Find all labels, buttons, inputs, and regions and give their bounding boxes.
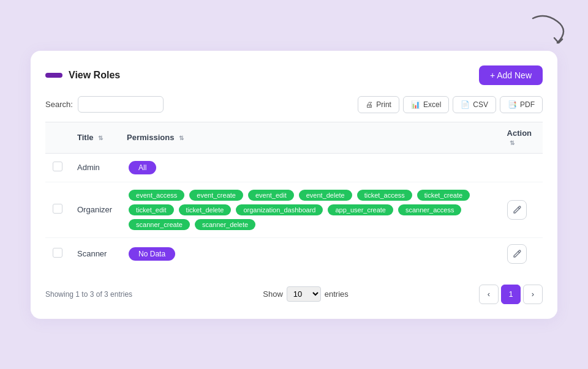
excel-label: Excel	[423, 100, 441, 109]
role-title: Organizer	[77, 205, 112, 214]
page-title: View Roles	[69, 70, 120, 81]
csv-button[interactable]: 📄 CSV	[453, 96, 496, 113]
roles-table: Title ⇅ Permissions ⇅ Action ⇅	[45, 122, 543, 270]
title-sort-icon[interactable]: ⇅	[98, 135, 103, 141]
permissions-sort-icon[interactable]: ⇅	[179, 135, 184, 141]
role-title: Scanner	[77, 249, 107, 258]
permissions-cell: All	[119, 153, 500, 182]
row-checkbox[interactable]	[53, 162, 62, 171]
title-bar-decoration	[45, 73, 62, 78]
role-title: Admin	[77, 163, 100, 172]
csv-label: CSV	[473, 100, 488, 109]
table-footer: Showing 1 to 3 of 3 entries Show 10 25 5…	[45, 278, 543, 304]
permission-tag: event_delete	[299, 190, 352, 201]
entries-label: entries	[325, 289, 349, 299]
permission-tag: app_user_create	[328, 204, 393, 215]
showing-entries-text: Showing 1 to 3 of 3 entries	[45, 290, 132, 299]
pdf-icon: 📑	[508, 100, 517, 109]
permission-tag-no-data: No Data	[129, 247, 175, 261]
permission-tag: ticket_edit	[129, 204, 174, 215]
csv-icon: 📄	[461, 100, 470, 109]
pagination: ‹ 1 ›	[479, 285, 543, 304]
edit-button[interactable]	[507, 244, 527, 264]
permission-tag: ticket_delete	[179, 204, 232, 215]
tags-container: event_access event_create event_edit eve…	[127, 188, 492, 231]
permissions-cell: event_access event_create event_edit eve…	[119, 182, 500, 237]
search-input[interactable]	[78, 96, 164, 113]
permissions-cell: No Data	[119, 237, 500, 270]
add-new-button[interactable]: + Add New	[479, 65, 543, 85]
col-permissions: Permissions ⇅	[119, 122, 500, 153]
edit-icon	[512, 205, 522, 215]
title-group: View Roles	[45, 70, 120, 81]
permission-tag-all: All	[129, 161, 156, 174]
search-label: Search:	[45, 100, 73, 109]
pagination-prev-button[interactable]: ‹	[479, 285, 499, 304]
pagination-page-1-button[interactable]: 1	[501, 285, 521, 304]
table-row: Admin All	[45, 153, 543, 182]
print-icon: 🖨	[366, 100, 373, 109]
show-label: Show	[263, 289, 283, 299]
permission-tag: scanner_delete	[195, 219, 255, 230]
main-card: View Roles + Add New Search: 🖨 Print 📊 E…	[31, 51, 557, 319]
table-row: Organizer event_access event_create even…	[45, 182, 543, 237]
toolbar: Search: 🖨 Print 📊 Excel 📄 CSV 📑 PDF	[45, 96, 543, 113]
action-sort-icon[interactable]: ⇅	[510, 140, 514, 146]
col-title: Title ⇅	[70, 122, 119, 153]
edit-icon	[512, 249, 522, 259]
pdf-button[interactable]: 📑 PDF	[500, 96, 543, 113]
action-buttons-group: 🖨 Print 📊 Excel 📄 CSV 📑 PDF	[358, 96, 543, 113]
table-header-row: Title ⇅ Permissions ⇅ Action ⇅	[45, 122, 543, 153]
excel-icon: 📊	[411, 100, 420, 109]
show-entries-group: Show 10 25 50 100 entries	[263, 286, 349, 302]
excel-button[interactable]: 📊 Excel	[403, 96, 449, 113]
col-checkbox	[45, 122, 70, 153]
search-group: Search:	[45, 96, 164, 113]
role-title-cell: Organizer	[70, 182, 119, 237]
role-title-cell: Admin	[70, 153, 119, 182]
show-entries-select[interactable]: 10 25 50 100	[287, 286, 321, 302]
decoration-svg	[521, 12, 570, 55]
permission-tag: event_create	[189, 190, 243, 201]
permission-tag: scanner_create	[129, 219, 190, 230]
row-checkbox-cell	[45, 153, 70, 182]
edit-button[interactable]	[507, 200, 527, 220]
row-checkbox-cell	[45, 182, 70, 237]
print-label: Print	[376, 100, 391, 109]
permission-tag: ticket_access	[357, 190, 412, 201]
pagination-next-button[interactable]: ›	[523, 285, 543, 304]
card-header: View Roles + Add New	[45, 65, 543, 85]
action-cell	[500, 182, 543, 237]
permission-tag: event_edit	[248, 190, 294, 201]
action-cell	[500, 153, 543, 182]
permission-tag: scanner_access	[398, 204, 462, 215]
role-title-cell: Scanner	[70, 237, 119, 270]
print-button[interactable]: 🖨 Print	[358, 96, 399, 113]
action-cell	[500, 237, 543, 270]
pdf-label: PDF	[520, 100, 535, 109]
permission-tag: event_access	[129, 190, 184, 201]
permission-tag: organization_dashboard	[236, 204, 323, 215]
col-action: Action ⇅	[500, 122, 543, 153]
row-checkbox[interactable]	[53, 204, 62, 214]
row-checkbox-cell	[45, 237, 70, 270]
row-checkbox[interactable]	[53, 248, 62, 258]
table-row: Scanner No Data	[45, 237, 543, 270]
permission-tag: ticket_create	[417, 190, 470, 201]
